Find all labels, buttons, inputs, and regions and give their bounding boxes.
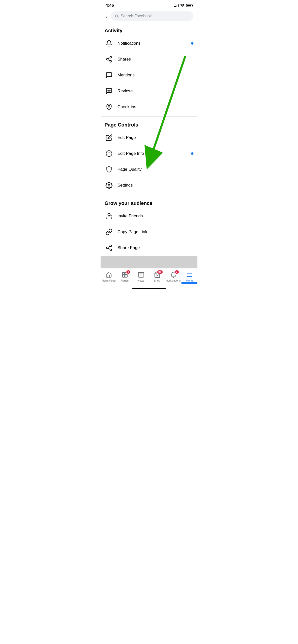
svg-point-8 <box>108 106 110 107</box>
status-icons <box>174 4 192 8</box>
share-icon <box>105 55 114 64</box>
nav-item-news[interactable]: News <box>133 270 149 283</box>
shop-badge: 9+ <box>157 270 163 274</box>
bottom-nav: News Feed 3 Pages News <box>101 268 197 284</box>
link-icon <box>105 228 114 236</box>
svg-line-19 <box>108 248 110 250</box>
star-comment-icon <box>105 86 114 96</box>
nav-item-menu[interactable]: Menu <box>181 270 197 283</box>
svg-rect-26 <box>125 275 127 277</box>
edit-page-label: Edit Page <box>117 135 193 140</box>
menu-item-page-quality[interactable]: Page Quality <box>101 162 197 177</box>
comment-icon <box>105 71 114 80</box>
news-label: News <box>138 279 145 282</box>
search-placeholder: Search Facebook <box>121 14 152 18</box>
svg-line-20 <box>108 246 110 248</box>
menu-item-notifications[interactable]: Notifications <box>101 36 197 51</box>
svg-line-6 <box>108 58 110 59</box>
notifications-label: Notifications <box>117 41 187 46</box>
section-header-grow: Grow your audience <box>101 196 197 208</box>
search-icon <box>115 14 119 18</box>
share-arrow-icon <box>105 243 114 252</box>
notifications-nav-label: Notifications <box>166 279 181 282</box>
section-header-activity: Activity <box>101 24 197 36</box>
bell-nav-icon: 2 <box>169 272 177 278</box>
menu-item-settings[interactable]: Settings <box>101 177 197 193</box>
shield-icon <box>105 165 114 174</box>
menu-item-checkins[interactable]: Check-ins <box>101 99 197 115</box>
edit-page-info-label: Edit Page Info <box>117 151 187 156</box>
menu-item-share-page[interactable]: Share Page <box>101 240 197 256</box>
nav-item-pages[interactable]: 3 Pages <box>117 270 133 283</box>
bell-icon <box>105 39 114 48</box>
menu-item-copy-page-link[interactable]: Copy Page Link <box>101 224 197 240</box>
copy-page-link-label: Copy Page Link <box>117 230 193 234</box>
signal-icon <box>174 4 179 7</box>
section-grow-audience: Grow your audience Invite Friends Copy P… <box>101 196 197 256</box>
gray-bar <box>101 256 197 268</box>
status-bar: 4:46 <box>101 0 197 10</box>
section-header-page-controls: Page Controls <box>101 118 197 130</box>
menu-item-edit-page-info[interactable]: Edit Page Info <box>101 146 197 162</box>
menu-item-mentions[interactable]: Mentions <box>101 67 197 83</box>
info-circle-icon <box>105 149 114 158</box>
nav-item-news-feed[interactable]: News Feed <box>101 270 117 283</box>
menu-item-shares[interactable]: Shares <box>101 51 197 67</box>
share-page-label: Share Page <box>117 245 193 250</box>
svg-line-5 <box>108 60 110 61</box>
home-nav-icon <box>105 272 113 278</box>
section-page-controls: Page Controls Edit Page Edit Page Info <box>101 118 197 193</box>
nav-item-shop[interactable]: 9+ Shop <box>149 270 165 283</box>
search-bar: ‹ Search Facebook <box>101 10 197 24</box>
checkins-label: Check-ins <box>117 104 193 110</box>
content: Activity Notifications <box>101 24 197 256</box>
shop-label: Shop <box>154 279 160 282</box>
location-icon <box>105 102 114 112</box>
invite-friends-label: Invite Friends <box>117 214 193 218</box>
svg-rect-23 <box>122 272 125 274</box>
reviews-label: Reviews <box>117 88 193 94</box>
wifi-icon <box>180 4 184 8</box>
pages-nav-icon: 3 <box>121 272 129 278</box>
divider-2 <box>101 195 197 195</box>
news-nav-icon <box>137 272 145 278</box>
menu-item-invite-friends[interactable]: Invite Friends <box>101 208 197 224</box>
gear-icon <box>105 181 114 190</box>
svg-line-1 <box>117 17 118 18</box>
notifications-badge: 2 <box>174 270 179 274</box>
shares-label: Shares <box>117 57 193 62</box>
pencil-icon <box>105 133 114 142</box>
edit-page-info-dot <box>191 152 193 155</box>
svg-point-12 <box>108 184 110 186</box>
menu-nav-icon <box>185 272 193 278</box>
notifications-dot <box>191 42 193 45</box>
pages-label: Pages <box>121 279 129 282</box>
status-time: 4:46 <box>106 3 114 8</box>
menu-item-reviews[interactable]: Reviews <box>101 83 197 99</box>
menu-label: Menu <box>186 279 193 282</box>
mentions-label: Mentions <box>117 73 193 78</box>
search-input-wrap[interactable]: Search Facebook <box>111 12 193 21</box>
pages-badge: 3 <box>126 270 131 274</box>
divider-1 <box>101 116 197 116</box>
settings-label: Settings <box>117 183 193 188</box>
battery-icon <box>186 4 192 7</box>
section-activity: Activity Notifications <box>101 24 197 115</box>
home-indicator <box>101 284 197 292</box>
menu-item-edit-page[interactable]: Edit Page <box>101 130 197 146</box>
person-plus-icon <box>105 212 114 220</box>
news-feed-label: News Feed <box>102 279 116 282</box>
back-button[interactable]: ‹ <box>105 12 108 20</box>
svg-point-13 <box>108 214 110 216</box>
home-bar <box>132 288 166 289</box>
svg-marker-7 <box>108 90 111 92</box>
shop-nav-icon: 9+ <box>153 272 161 278</box>
page-quality-label: Page Quality <box>117 167 193 172</box>
svg-rect-25 <box>122 275 125 277</box>
nav-item-notifications[interactable]: 2 Notifications <box>165 270 181 283</box>
